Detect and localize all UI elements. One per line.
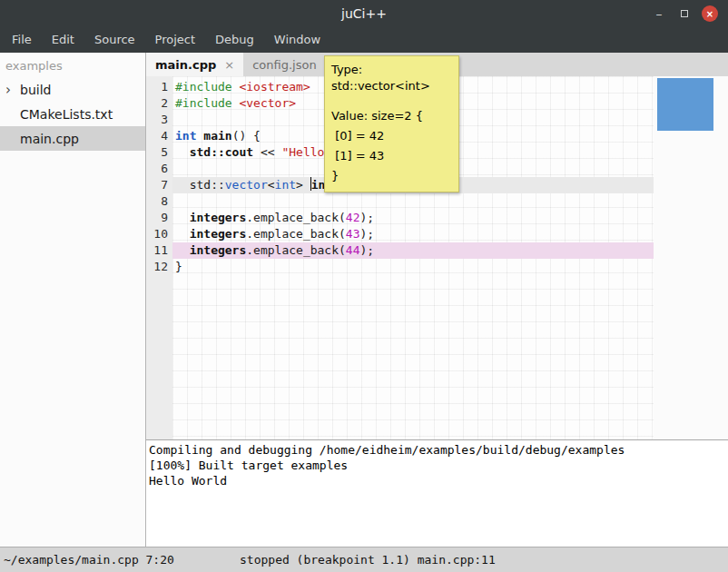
- window-title: juCi++: [341, 6, 387, 21]
- line-number[interactable]: 4: [146, 128, 168, 144]
- code-token: <: [268, 178, 275, 192]
- line-number[interactable]: 2: [146, 95, 168, 112]
- titlebar: juCi++ – ×: [0, 0, 728, 27]
- tooltip-value-line: }: [331, 166, 452, 186]
- menu-file[interactable]: File: [2, 27, 42, 53]
- code-token: .emplace_back(: [246, 211, 346, 224]
- code-token: std::cout: [190, 145, 253, 159]
- code-token: () {: [232, 129, 261, 143]
- tab-close-icon[interactable]: ×: [224, 58, 234, 72]
- code-token: <vector>: [239, 96, 296, 110]
- tab-main-cpp[interactable]: main.cpp×: [146, 53, 243, 76]
- code-line-10[interactable]: integers.emplace_back(43);: [172, 226, 654, 242]
- code-line-8[interactable]: [172, 193, 654, 210]
- code-token: .emplace_back(: [246, 227, 346, 241]
- menu-project[interactable]: Project: [145, 27, 205, 53]
- expand-chevron-icon[interactable]: ›: [5, 84, 20, 96]
- line-number[interactable]: 1: [146, 79, 168, 95]
- line-number[interactable]: 5: [146, 144, 168, 161]
- tree-item-label: main.cpp: [20, 132, 79, 146]
- menu-source[interactable]: Source: [84, 27, 145, 53]
- tooltip-value-block: Value: size=2 { [0] = 42 [1] = 43}: [331, 106, 452, 186]
- line-number[interactable]: 8: [146, 193, 168, 210]
- line-number[interactable]: 3: [146, 112, 168, 128]
- restore-icon: [681, 10, 688, 17]
- minimap[interactable]: [654, 76, 728, 439]
- app-window: juCi++ – × FileEditSourceProjectDebugWin…: [0, 0, 728, 572]
- code-token: integers: [190, 243, 247, 257]
- terminal-line: Compiling and debugging /home/eidheim/ex…: [149, 442, 725, 458]
- close-button[interactable]: ×: [697, 0, 723, 27]
- code-token: integers: [190, 211, 247, 224]
- tab-label: main.cpp: [155, 58, 216, 72]
- statusbar: ~/examples/main.cpp 7:20 stopped (breakp…: [0, 547, 728, 572]
- code-token: std::: [190, 178, 225, 192]
- code-token: int: [175, 129, 196, 143]
- code-token: main: [203, 129, 231, 143]
- tree-item-cmakelists-txt[interactable]: CMakeLists.txt: [0, 102, 145, 126]
- code-line-9[interactable]: integers.emplace_back(42);: [172, 210, 654, 226]
- code-token: integers: [190, 227, 247, 241]
- terminal-line: Hello World: [149, 473, 725, 488]
- line-number[interactable]: 6: [146, 161, 168, 177]
- code-token: <<: [253, 145, 281, 159]
- project-folder-name: examples: [0, 53, 145, 77]
- tree-item-main-cpp[interactable]: main.cpp: [0, 126, 145, 151]
- code-line-11[interactable]: integers.emplace_back(44);: [172, 242, 654, 259]
- code-token: >: [296, 178, 310, 192]
- code-token: );: [360, 211, 375, 224]
- code-token: .emplace_back(: [246, 243, 346, 257]
- code-token: vector: [225, 178, 268, 192]
- code-token: }: [175, 260, 182, 273]
- tree-item-label: CMakeLists.txt: [20, 107, 113, 122]
- terminal-output[interactable]: Compiling and debugging /home/eidheim/ex…: [146, 439, 728, 547]
- status-debug-state: stopped (breakpoint 1.1) main.cpp:11: [240, 547, 496, 572]
- menu-edit[interactable]: Edit: [42, 27, 84, 53]
- line-number-gutter[interactable]: 123456789101112: [146, 76, 172, 439]
- code-token: #include: [175, 96, 232, 110]
- code-token: [175, 211, 190, 224]
- window-controls: – ×: [646, 0, 723, 27]
- code-token: [175, 227, 190, 241]
- code-token: 43: [346, 227, 360, 241]
- close-icon: ×: [702, 5, 718, 22]
- line-number[interactable]: 7: [146, 177, 168, 193]
- menu-debug[interactable]: Debug: [205, 27, 264, 53]
- tooltip-value-line: Value: size=2 {: [331, 106, 452, 126]
- code-token: 42: [346, 211, 360, 224]
- line-number[interactable]: 10: [146, 226, 168, 242]
- code-token: );: [360, 227, 375, 241]
- file-tree-panel: examples ›buildCMakeLists.txtmain.cpp: [0, 53, 146, 547]
- code-token: [175, 178, 190, 192]
- code-token: 44: [346, 243, 360, 257]
- tab-label: config.json: [252, 58, 317, 72]
- terminal-line: [100%] Built target examples: [149, 458, 725, 473]
- file-tree: ›buildCMakeLists.txtmain.cpp: [0, 77, 145, 151]
- code-token: int: [275, 178, 296, 192]
- code-token: #include: [175, 80, 232, 94]
- line-number[interactable]: 11: [146, 242, 168, 259]
- code-token: );: [360, 243, 375, 257]
- menubar: FileEditSourceProjectDebugWindow: [0, 27, 728, 53]
- line-number[interactable]: 9: [146, 210, 168, 226]
- status-file-position: ~/examples/main.cpp 7:20: [4, 547, 174, 572]
- menu-window[interactable]: Window: [264, 27, 330, 53]
- tree-item-label: build: [20, 83, 51, 97]
- code-line-12[interactable]: }: [172, 259, 654, 275]
- minimize-button[interactable]: –: [646, 0, 672, 27]
- tooltip-type-line: Type: std::vector<int>: [331, 62, 452, 94]
- debug-value-tooltip: Type: std::vector<int> Value: size=2 { […: [324, 55, 459, 192]
- restore-button[interactable]: [672, 0, 697, 27]
- line-number[interactable]: 12: [146, 259, 168, 275]
- code-token: [175, 145, 190, 159]
- minimap-viewport[interactable]: [657, 78, 713, 131]
- tree-item-build[interactable]: ›build: [0, 77, 145, 102]
- code-token: <iostream>: [239, 80, 310, 94]
- tooltip-value-line: [0] = 42: [331, 126, 452, 146]
- minimize-icon: –: [656, 9, 663, 18]
- tooltip-value-line: [1] = 43: [331, 146, 452, 166]
- code-token: [175, 243, 190, 257]
